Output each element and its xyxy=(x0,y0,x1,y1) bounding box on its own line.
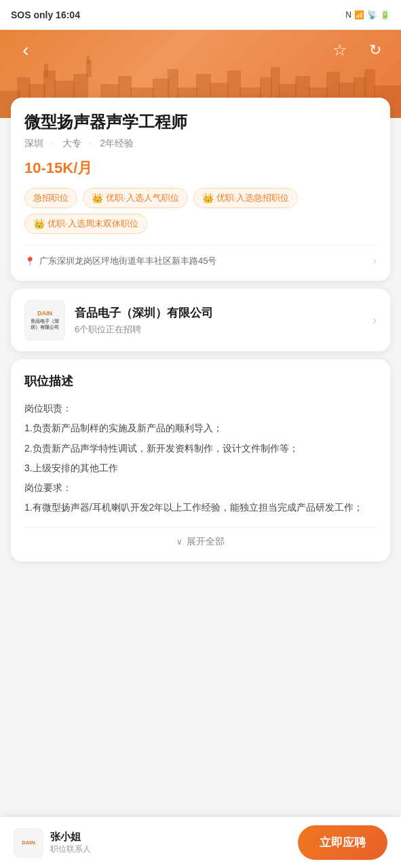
battery-icon: 🔋 xyxy=(380,10,390,20)
contact-info: DAIN 张小姐 职位联系人 xyxy=(14,828,91,858)
tag-urgent: 急招职位 xyxy=(24,188,77,208)
crown-icon-1: 👑 xyxy=(92,193,103,203)
desc-p5: 岗位要求： xyxy=(24,479,377,496)
back-button[interactable]: ‹ xyxy=(14,38,38,62)
refresh-icon: ↻ xyxy=(369,41,381,59)
favorite-button[interactable]: ☆ xyxy=(328,38,352,62)
tag-urgent-label: 急招职位 xyxy=(33,192,69,204)
star-icon: ☆ xyxy=(332,41,347,60)
company-info: 音品电子（深圳）有限公司 6个职位正在招聘 xyxy=(75,305,213,336)
company-logo-text: DAIN 音品电子（深圳）有限公司 xyxy=(28,310,62,330)
dot-1: · xyxy=(52,138,54,149)
tag-weekend-label: 优职·入选周末双休职位 xyxy=(47,218,138,230)
tag-weekend: 👑 优职·入选周末双休职位 xyxy=(24,214,147,234)
signal-icon: 📶 xyxy=(354,10,364,20)
tag-popular: 👑 优职·入选人气职位 xyxy=(83,188,188,208)
expand-row[interactable]: ∨ 展开全部 xyxy=(24,527,377,548)
refresh-button[interactable]: ↻ xyxy=(363,38,387,62)
nav-buttons: ‹ ☆ ↻ xyxy=(0,30,401,71)
contact-avatar: DAIN xyxy=(14,828,43,858)
desc-section-title: 职位描述 xyxy=(24,373,377,389)
crown-icon-2: 👑 xyxy=(202,193,214,203)
tag-urgent-premium: 👑 优职·入选急招职位 xyxy=(193,188,299,208)
company-left: DAIN 音品电子（深圳）有限公司 音品电子（深圳）有限公司 6个职位正在招聘 xyxy=(24,300,213,340)
contact-role: 职位联系人 xyxy=(50,844,91,855)
status-icons: N 📶 📡 🔋 xyxy=(345,10,390,20)
tag-urgent-premium-label: 优职·入选急招职位 xyxy=(216,192,290,204)
chevron-down-icon: ∨ xyxy=(176,537,183,547)
nfc-icon: N xyxy=(345,10,351,20)
company-name: 音品电子（深圳）有限公司 xyxy=(75,305,213,321)
location-arrow-icon: › xyxy=(373,255,377,267)
nav-right-buttons: ☆ ↻ xyxy=(328,38,387,62)
apply-button[interactable]: 立即应聘 xyxy=(298,825,387,860)
expand-label: 展开全部 xyxy=(187,536,225,548)
crown-icon-3: 👑 xyxy=(33,218,45,229)
job-salary: 10-15K/月 xyxy=(24,158,377,178)
company-logo: DAIN 音品电子（深圳）有限公司 xyxy=(24,300,65,340)
contact-details: 张小姐 职位联系人 xyxy=(50,831,91,855)
desc-p6: 1.有微型扬声器/耳机喇叭开发2年以上工作经验，能独立担当完成产品研发工作； xyxy=(24,499,377,516)
dot-2: · xyxy=(90,138,92,149)
company-arrow-icon: › xyxy=(373,313,377,328)
job-info-card: 微型扬声器声学工程师 深圳 · 大专 · 2年经验 10-15K/月 急招职位 … xyxy=(11,98,390,281)
main-content: 微型扬声器声学工程师 深圳 · 大专 · 2年经验 10-15K/月 急招职位 … xyxy=(0,98,401,561)
desc-content: 岗位职责： 1.负责新产品制样的实施及新产品的顺利导入； 2.负责新产品声学特性… xyxy=(24,400,377,516)
wifi-icon: 📡 xyxy=(367,10,377,20)
desc-p2: 1.负责新产品制样的实施及新产品的顺利导入； xyxy=(24,420,377,437)
job-tags: 急招职位 👑 优职·入选人气职位 👑 优职·入选急招职位 👑 优职·入选周末双休… xyxy=(24,188,377,234)
tag-popular-label: 优职·入选人气职位 xyxy=(106,192,179,204)
location-row[interactable]: 📍 广东深圳龙岗区坪地街道年丰社区新丰路45号 › xyxy=(24,245,377,267)
desc-p3: 2.负责新产品声学特性调试，新开发资料制作，设计文件制作等； xyxy=(24,440,377,457)
status-bar: SOS only 16:04 N 📶 📡 🔋 xyxy=(0,0,401,30)
contact-name: 张小姐 xyxy=(50,831,91,844)
location-text: 📍 广东深圳龙岗区坪地街道年丰社区新丰路45号 xyxy=(24,255,216,267)
job-meta: 深圳 · 大专 · 2年经验 xyxy=(24,138,377,150)
job-location: 深圳 xyxy=(24,138,43,149)
company-active-jobs: 6个职位正在招聘 xyxy=(75,323,213,336)
status-time: SOS only 16:04 xyxy=(11,9,80,20)
job-education: 大专 xyxy=(62,138,81,149)
job-title: 微型扬声器声学工程师 xyxy=(24,111,377,132)
back-icon: ‹ xyxy=(22,39,28,61)
location-pin-icon: 📍 xyxy=(24,256,35,267)
location-address: 广东深圳龙岗区坪地街道年丰社区新丰路45号 xyxy=(39,255,216,267)
bottom-bar: DAIN 张小姐 职位联系人 立即应聘 xyxy=(0,817,401,868)
job-description-card: 职位描述 岗位职责： 1.负责新产品制样的实施及新产品的顺利导入； 2.负责新产… xyxy=(11,359,390,561)
company-card[interactable]: DAIN 音品电子（深圳）有限公司 音品电子（深圳）有限公司 6个职位正在招聘 … xyxy=(11,289,390,351)
desc-p4: 3.上级安排的其他工作 xyxy=(24,460,377,477)
desc-p1: 岗位职责： xyxy=(24,400,377,417)
job-experience: 2年经验 xyxy=(100,138,134,149)
